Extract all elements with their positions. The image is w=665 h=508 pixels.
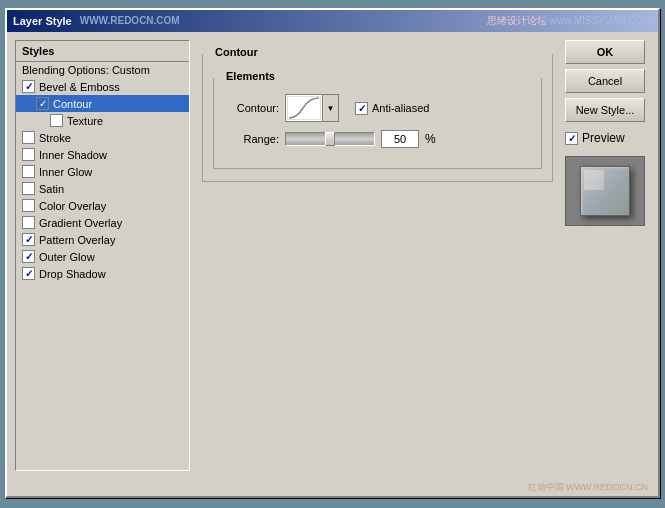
sidebar-item-drop-shadow[interactable]: Drop Shadow (16, 265, 189, 282)
inner-shadow-label: Inner Shadow (39, 149, 107, 161)
inner-glow-checkbox[interactable] (22, 165, 35, 178)
outer-glow-label: Outer Glow (39, 251, 95, 263)
pattern-overlay-checkbox[interactable] (22, 233, 35, 246)
sidebar-item-stroke[interactable]: Stroke (16, 129, 189, 146)
preview-checkbox[interactable] (565, 132, 578, 145)
contour-dropdown-arrow[interactable]: ▼ (323, 94, 339, 122)
pattern-overlay-label: Pattern Overlay (39, 234, 115, 246)
preview-option: Preview (565, 131, 650, 145)
color-overlay-checkbox[interactable] (22, 199, 35, 212)
styles-header: Styles (16, 41, 189, 62)
styles-list: Blending Options: Custom Bevel & Emboss … (16, 62, 189, 470)
satin-label: Satin (39, 183, 64, 195)
sidebar-item-color-overlay[interactable]: Color Overlay (16, 197, 189, 214)
color-overlay-label: Color Overlay (39, 200, 106, 212)
anti-aliased-checkbox[interactable] (355, 102, 368, 115)
range-unit: % (425, 132, 436, 146)
ok-button[interactable]: OK (565, 40, 645, 64)
layer-style-dialog: Layer Style WWW.REDOCN.COM 思绪设计论坛 www.MI… (5, 8, 660, 498)
gradient-overlay-checkbox[interactable] (22, 216, 35, 229)
satin-checkbox[interactable] (22, 182, 35, 195)
sidebar-item-pattern-overlay[interactable]: Pattern Overlay (16, 231, 189, 248)
sidebar-item-texture[interactable]: Texture (16, 112, 189, 129)
outer-glow-checkbox[interactable] (22, 250, 35, 263)
preview-label: Preview (582, 131, 625, 145)
sidebar-item-contour[interactable]: Contour (16, 95, 189, 112)
right-panel: OK Cancel New Style... Preview (565, 40, 650, 471)
range-label: Range: (224, 133, 279, 145)
preview-image (580, 166, 630, 216)
window-title: Layer Style (13, 15, 72, 27)
slider-thumb[interactable] (325, 132, 335, 146)
contour-checkbox[interactable] (36, 97, 49, 110)
window-body: Styles Blending Options: Custom Bevel & … (7, 32, 658, 479)
title-bar-left: Layer Style WWW.REDOCN.COM (13, 15, 180, 27)
svg-rect-0 (287, 96, 321, 120)
range-input[interactable] (381, 130, 419, 148)
contour-row: Contour: ▼ (224, 94, 531, 122)
drop-shadow-label: Drop Shadow (39, 268, 106, 280)
title-bar: Layer Style WWW.REDOCN.COM 思绪设计论坛 www.MI… (7, 10, 658, 32)
elements-section-title: Elements (222, 70, 279, 82)
cancel-button[interactable]: Cancel (565, 69, 645, 93)
new-style-button[interactable]: New Style... (565, 98, 645, 122)
bevel-emboss-checkbox[interactable] (22, 80, 35, 93)
sidebar-item-bevel-emboss[interactable]: Bevel & Emboss (16, 78, 189, 95)
blending-options-item[interactable]: Blending Options: Custom (16, 62, 189, 78)
range-row: Range: % (224, 130, 531, 148)
gradient-overlay-label: Gradient Overlay (39, 217, 122, 229)
contour-section-title: Contour (211, 46, 262, 58)
sidebar-item-outer-glow[interactable]: Outer Glow (16, 248, 189, 265)
bottom-watermark: 红动中国 WWW.REDOCN.CN (7, 479, 658, 496)
sidebar-item-gradient-overlay[interactable]: Gradient Overlay (16, 214, 189, 231)
blending-options-label: Blending Options: Custom (22, 64, 150, 76)
range-slider[interactable] (285, 132, 375, 146)
sidebar-item-inner-glow[interactable]: Inner Glow (16, 163, 189, 180)
inner-shadow-checkbox[interactable] (22, 148, 35, 161)
inner-glow-label: Inner Glow (39, 166, 92, 178)
title-bar-right: 思绪设计论坛 www.MISSYUAN.COM (487, 14, 652, 28)
contour-label: Contour (53, 98, 92, 110)
contour-field-label: Contour: (224, 102, 279, 114)
forum-name: 思绪设计论坛 (487, 15, 547, 26)
drop-shadow-checkbox[interactable] (22, 267, 35, 280)
watermark-left: WWW.REDOCN.COM (80, 15, 180, 27)
anti-aliased-label: Anti-aliased (372, 102, 429, 114)
stroke-label: Stroke (39, 132, 71, 144)
sidebar-item-satin[interactable]: Satin (16, 180, 189, 197)
styles-panel: Styles Blending Options: Custom Bevel & … (15, 40, 190, 471)
texture-label: Texture (67, 115, 103, 127)
watermark-right: www.MISSYUAN.COM (550, 15, 652, 26)
stroke-checkbox[interactable] (22, 131, 35, 144)
sidebar-item-inner-shadow[interactable]: Inner Shadow (16, 146, 189, 163)
contour-preview[interactable] (285, 94, 323, 122)
main-content: Contour Elements Contour: (196, 40, 559, 471)
preview-box (565, 156, 645, 226)
contour-curve-icon (287, 96, 321, 120)
texture-checkbox[interactable] (50, 114, 63, 127)
anti-aliased-option: Anti-aliased (355, 102, 429, 115)
bevel-emboss-label: Bevel & Emboss (39, 81, 120, 93)
